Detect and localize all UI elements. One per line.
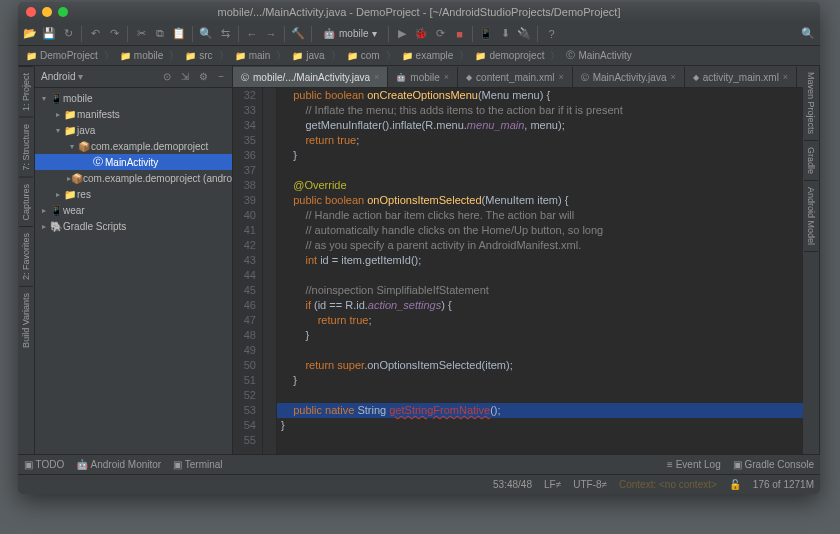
minimize-window-button[interactable] <box>42 7 52 17</box>
code-line[interactable]: } <box>281 148 803 163</box>
run-icon[interactable]: ▶ <box>394 26 410 42</box>
code-line[interactable]: public boolean onOptionsItemSelected(Men… <box>281 193 803 208</box>
forward-icon[interactable]: → <box>263 26 279 42</box>
tree-node[interactable]: ▾📱mobile <box>35 90 232 106</box>
breadcrumb-item[interactable]: ⒸMainActivity <box>562 49 635 62</box>
code-line[interactable]: int id = item.getItemId(); <box>281 253 803 268</box>
breadcrumb-item[interactable]: 📁demoproject <box>471 50 548 61</box>
find-icon[interactable]: 🔍 <box>198 26 214 42</box>
tree-node[interactable]: ▾📦com.example.demoproject <box>35 138 232 154</box>
code-line[interactable] <box>281 163 803 178</box>
code-line[interactable]: // automatically handle clicks on the Ho… <box>281 223 803 238</box>
code-editor[interactable]: 3233343536373839404142434445464748495051… <box>233 88 803 454</box>
breadcrumb-item[interactable]: 📁mobile <box>116 50 167 61</box>
code-line[interactable] <box>281 268 803 283</box>
open-icon[interactable]: 📂 <box>22 26 38 42</box>
context-indicator[interactable]: Context: <no context> <box>619 479 717 490</box>
editor-tab[interactable]: ◆activity_main.xml× <box>685 67 797 87</box>
file-encoding[interactable]: UTF-8≠ <box>573 479 607 490</box>
paste-icon[interactable]: 📋 <box>171 26 187 42</box>
line-separator[interactable]: LF≠ <box>544 479 561 490</box>
breadcrumb-item[interactable]: 📁example <box>398 50 458 61</box>
breadcrumb-item[interactable]: 📁com <box>343 50 384 61</box>
tool-window-tab[interactable]: Maven Projects <box>804 66 818 141</box>
stop-icon[interactable]: ■ <box>451 26 467 42</box>
tool-window-tab[interactable]: Build Variants <box>19 286 33 354</box>
tree-node[interactable]: ▸📁manifests <box>35 106 232 122</box>
search-everywhere-icon[interactable]: 🔍 <box>800 26 816 42</box>
code-line[interactable] <box>281 433 803 448</box>
close-tab-icon[interactable]: × <box>558 72 563 82</box>
todo-tab[interactable]: ▣ TODO <box>24 459 64 470</box>
code-line[interactable]: return true; <box>281 133 803 148</box>
close-window-button[interactable] <box>26 7 36 17</box>
code-line[interactable]: // Inflate the menu; this adds items to … <box>281 103 803 118</box>
attach-debugger-icon[interactable]: ⟳ <box>432 26 448 42</box>
breadcrumb-item[interactable]: 📁DemoProject <box>22 50 102 61</box>
code-line[interactable] <box>281 343 803 358</box>
avd-manager-icon[interactable]: 📱 <box>478 26 494 42</box>
code-line[interactable]: } <box>281 418 803 433</box>
code-line[interactable]: @Override <box>281 178 803 193</box>
code-content[interactable]: public boolean onCreateOptionsMenu(Menu … <box>277 88 803 454</box>
settings-icon[interactable]: ⚙ <box>197 71 210 82</box>
undo-icon[interactable]: ↶ <box>87 26 103 42</box>
caret-position[interactable]: 53:48/48 <box>493 479 532 490</box>
help-icon[interactable]: ? <box>543 26 559 42</box>
tree-node[interactable]: ▾📁java <box>35 122 232 138</box>
back-icon[interactable]: ← <box>244 26 260 42</box>
close-tab-icon[interactable]: × <box>783 72 788 82</box>
tool-window-tab[interactable]: 7: Structure <box>19 117 33 177</box>
lock-icon[interactable]: 🔓 <box>729 479 741 490</box>
close-tab-icon[interactable]: × <box>670 72 675 82</box>
code-line[interactable]: } <box>281 373 803 388</box>
redo-icon[interactable]: ↷ <box>106 26 122 42</box>
code-line[interactable]: public boolean onCreateOptionsMenu(Menu … <box>281 88 803 103</box>
tool-window-tab[interactable]: Gradle <box>804 141 818 181</box>
close-tab-icon[interactable]: × <box>374 72 379 82</box>
sync-icon[interactable]: ↻ <box>60 26 76 42</box>
debug-icon[interactable]: 🐞 <box>413 26 429 42</box>
code-line[interactable]: getMenuInflater().inflate(R.menu.menu_ma… <box>281 118 803 133</box>
make-icon[interactable]: 🔨 <box>290 26 306 42</box>
tool-window-tab[interactable]: Captures <box>19 177 33 227</box>
tool-window-tab[interactable]: Android Model <box>804 181 818 252</box>
scroll-from-source-icon[interactable]: ⊙ <box>161 71 173 82</box>
gradle-console-tab[interactable]: ▣ Gradle Console <box>733 459 814 470</box>
project-view-mode[interactable]: Android <box>41 71 83 82</box>
editor-tab[interactable]: 🤖mobile× <box>388 67 458 87</box>
replace-icon[interactable]: ⇆ <box>217 26 233 42</box>
close-tab-icon[interactable]: × <box>444 72 449 82</box>
tool-window-tab[interactable]: 2: Favorites <box>19 226 33 286</box>
editor-tab[interactable]: Ⓒmobile/.../MainActivity.java× <box>233 67 388 87</box>
code-line[interactable]: return true; <box>281 313 803 328</box>
code-line[interactable]: //noinspection SimplifiableIfStatement <box>281 283 803 298</box>
code-line[interactable]: // Handle action bar item clicks here. T… <box>281 208 803 223</box>
editor-tab[interactable]: ◆content_main.xml× <box>458 67 573 87</box>
code-line[interactable]: return super.onOptionsItemSelected(item)… <box>281 358 803 373</box>
tree-node[interactable]: ▸📦com.example.demoproject (androidTest) <box>35 170 232 186</box>
copy-icon[interactable]: ⧉ <box>152 26 168 42</box>
tool-window-tab[interactable]: 1: Project <box>19 66 33 117</box>
android-monitor-tab[interactable]: 🤖 Android Monitor <box>76 459 161 470</box>
tree-node[interactable]: ▸🐘Gradle Scripts <box>35 218 232 234</box>
tree-node[interactable]: ▸📁res <box>35 186 232 202</box>
memory-indicator[interactable]: 176 of 1271M <box>753 479 814 490</box>
tree-node[interactable]: ▸📱wear <box>35 202 232 218</box>
sdk-manager-icon[interactable]: ⬇ <box>497 26 513 42</box>
code-line[interactable]: // as you specify a parent activity in A… <box>281 238 803 253</box>
code-line[interactable]: public native String getStringFromNative… <box>277 403 803 418</box>
breadcrumb-item[interactable]: 📁src <box>181 50 216 61</box>
save-icon[interactable]: 💾 <box>41 26 57 42</box>
event-log-tab[interactable]: ≡ Event Log <box>667 459 721 470</box>
breadcrumb-item[interactable]: 📁java <box>288 50 328 61</box>
editor-tab[interactable]: ⒸMainActivity.java× <box>573 67 685 87</box>
code-line[interactable]: if (id == R.id.action_settings) { <box>281 298 803 313</box>
ddms-icon[interactable]: 🔌 <box>516 26 532 42</box>
code-line[interactable] <box>281 388 803 403</box>
project-tree[interactable]: ▾📱mobile▸📁manifests▾📁java▾📦com.example.d… <box>35 88 232 454</box>
tree-node[interactable]: ⒸMainActivity <box>35 154 232 170</box>
terminal-tab[interactable]: ▣ Terminal <box>173 459 222 470</box>
code-line[interactable]: } <box>281 328 803 343</box>
zoom-window-button[interactable] <box>58 7 68 17</box>
